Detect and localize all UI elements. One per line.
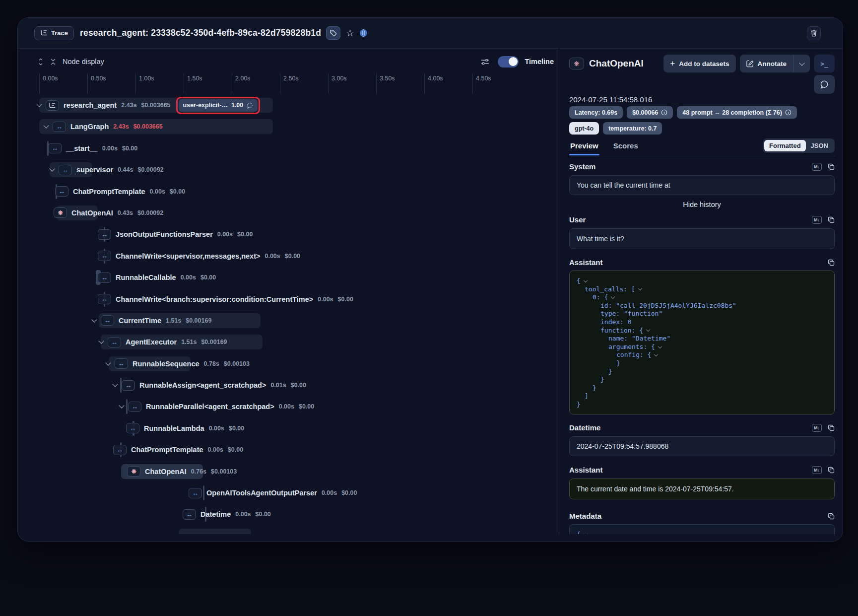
globe-icon[interactable]	[359, 29, 368, 37]
format-toggle-json[interactable]: JSON	[806, 140, 833, 151]
run-timestamp: 2024-07-25 11:54:58.016	[569, 95, 835, 104]
collapse-chevron-icon[interactable]	[654, 352, 658, 356]
run-duration: 1.51s	[166, 317, 181, 324]
trace-tree-row-langgraph[interactable]: ↔LangGraph2.43s$0.003665	[30, 119, 559, 134]
tab-preview[interactable]: Preview	[569, 139, 599, 155]
axis-tick	[376, 73, 377, 94]
trace-tree-row-jsonoutputfunctionsparser[interactable]: ↔JsonOutputFunctionsParser0.00s$0.00	[30, 227, 559, 242]
tab-scores[interactable]: Scores	[612, 139, 639, 155]
run-duration: 1.51s	[181, 339, 197, 345]
chat-bubble-icon	[820, 80, 829, 89]
timeline-toggle[interactable]	[498, 56, 519, 68]
run-title: ChatOpenAI	[589, 58, 644, 69]
trace-tree-row-runnablelambda[interactable]: ↔RunnableLambda0.00s$0.00	[30, 421, 559, 436]
metadata-section-header: Metadata	[569, 512, 835, 520]
metadata-code[interactable]: {tags: [	[569, 524, 835, 534]
trace-tree-row-chatopenai[interactable]: ❋ChatOpenAI0.76s$0.00103	[30, 464, 559, 479]
system-message-box: You can tell the current time at	[569, 175, 835, 195]
trace-tree-row-runnablesequence[interactable]: ↔RunnableSequence0.78s$0.00103	[30, 356, 559, 371]
copy-icon[interactable]	[828, 513, 835, 520]
chevron-down-icon[interactable]	[43, 123, 49, 129]
run-stats-badges: Latency: 0.69s $0.00066 48 prompt → 28 c…	[569, 106, 835, 119]
trace-tree-row-datetime[interactable]: ↔Datetime0.00s$0.00	[30, 507, 559, 522]
delete-trace-button[interactable]	[807, 26, 821, 40]
trace-tree-row-runnableassign-agent-scratchpad-[interactable]: ↔RunnableAssign<agent_scratchpad>0.01s$0…	[30, 378, 559, 393]
collapse-all-icon[interactable]	[48, 56, 59, 67]
trace-tree-row-chatopenai[interactable]: ❋ChatOpenAI0.43s$0.00092	[30, 205, 559, 220]
trace-tree-row-currenttime[interactable]: ↔CurrentTime1.51s$0.00169	[30, 313, 559, 328]
copy-icon[interactable]	[828, 467, 835, 474]
markdown-icon[interactable]: M↓	[812, 163, 822, 171]
copy-icon[interactable]	[828, 163, 835, 170]
chain-icon: ↔	[115, 358, 128, 369]
run-cost: $0.00	[229, 425, 244, 432]
trace-tree-row-chatprompttemplate[interactable]: ↔ChatPromptTemplate0.00s$0.00	[30, 442, 559, 457]
run-duration: 0.78s	[204, 360, 219, 367]
markdown-icon[interactable]: M↓	[812, 424, 822, 432]
star-icon[interactable]: ☆	[346, 27, 354, 39]
openai-icon: ❋	[569, 58, 584, 69]
run-name: RunnableLambda	[144, 424, 204, 432]
code-text: {	[577, 531, 581, 534]
run-cost: $0.00	[228, 446, 243, 453]
trace-tree-row-research-agent[interactable]: research_agent2.43s$0.003665user-explici…	[30, 98, 559, 113]
format-toggle-formatted[interactable]: Formatted	[764, 140, 806, 151]
chevron-down-icon[interactable]	[49, 166, 55, 172]
collapse-chevron-icon[interactable]	[638, 286, 642, 290]
token-usage-badge[interactable]: 48 prompt → 28 completion (Σ 76)	[677, 106, 797, 119]
axis-tick	[39, 73, 40, 94]
chevron-down-icon[interactable]	[105, 360, 111, 365]
assistant-tool-call-code[interactable]: {tool_calls: [0: {id: "call_20jDSJ5jA4ol…	[569, 271, 835, 414]
copy-icon[interactable]	[828, 216, 835, 223]
code-text: tool_calls: [	[585, 285, 635, 294]
annotate-button[interactable]: Annotate	[740, 55, 793, 72]
trace-tree-row-channelwrite-supervisor-messages-next-[interactable]: ↔ChannelWrite<supervisor,messages,next>0…	[30, 249, 559, 264]
trace-tree-row-channelwrite-branch-supervisor-condition-currenttime-[interactable]: ↔ChannelWrite<branch:supervisor:conditio…	[30, 292, 559, 307]
collapse-chevron-icon[interactable]	[584, 532, 588, 534]
feedback-chip[interactable]: user-explicit-…1.00	[179, 99, 258, 112]
assistant-final-text: The current date and time is 2024-07-25T…	[577, 485, 734, 493]
assistant-label: Assistant	[569, 258, 603, 267]
hide-history-link[interactable]: Hide history	[569, 201, 835, 208]
expand-all-icon[interactable]	[35, 56, 46, 67]
axis-tick-label: 1.00s	[139, 75, 154, 82]
trash-icon	[810, 29, 817, 37]
collapse-chevron-icon[interactable]	[658, 344, 662, 348]
run-name: ChannelWrite<branch:supervisor:condition…	[116, 295, 313, 303]
cost-badge[interactable]: $0.00066	[627, 106, 673, 119]
markdown-icon[interactable]: M↓	[812, 466, 822, 474]
trace-tree-row-partial[interactable]	[30, 529, 559, 534]
run-name: supervisor	[76, 166, 113, 174]
tag-icon[interactable]	[326, 26, 340, 40]
trace-tree-row-chatprompttemplate[interactable]: ↔ChatPromptTemplate0.00s$0.00	[30, 184, 559, 199]
chevron-down-icon[interactable]	[112, 381, 118, 387]
add-to-datasets-button[interactable]: + Add to datasets	[663, 55, 735, 72]
trace-tree-row-runnableparallel-agent-scratchpad-[interactable]: ↔RunnableParallel<agent_scratchpad>0.00s…	[30, 399, 559, 414]
display-settings-icon[interactable]	[479, 56, 490, 67]
chevron-down-icon[interactable]	[119, 403, 124, 409]
axis-tick	[87, 73, 88, 94]
chain-icon: ↔	[108, 337, 121, 347]
annotate-dropdown-button[interactable]	[793, 55, 810, 72]
run-duration: 0.00s	[181, 274, 196, 281]
chevron-down-icon[interactable]	[98, 339, 104, 344]
run-duration: 0.76s	[191, 468, 206, 475]
chain-icon: ↔	[55, 186, 68, 197]
trace-tree-row-supervisor[interactable]: ↔supervisor0.44s$0.00092	[30, 162, 559, 177]
chevron-down-icon[interactable]	[36, 101, 42, 107]
collapse-chevron-icon[interactable]	[646, 328, 650, 332]
playground-terminal-button[interactable]: >_	[814, 55, 835, 72]
trace-tree-row-agentexecutor[interactable]: ↔AgentExecutor1.51s$0.00169	[30, 335, 559, 349]
open-chat-button[interactable]	[814, 75, 835, 94]
trace-tree-row-openaitoolsagentoutputparser[interactable]: ↔OpenAIToolsAgentOutputParser0.00s$0.00	[30, 485, 559, 500]
markdown-icon[interactable]: M↓	[812, 216, 822, 224]
chevron-down-icon[interactable]	[91, 317, 97, 322]
run-cost: $0.00	[285, 253, 300, 260]
trace-tree-row-runnablecallable[interactable]: ↔RunnableCallable0.00s$0.00	[30, 270, 559, 285]
trace-tree-row--start-[interactable]: ↔__start__0.00s$0.00	[30, 141, 559, 156]
copy-icon[interactable]	[828, 424, 835, 431]
collapse-chevron-icon[interactable]	[584, 278, 588, 282]
copy-icon[interactable]	[828, 259, 835, 266]
temperature-badge: temperature: 0.7	[603, 122, 662, 135]
collapse-chevron-icon[interactable]	[611, 295, 615, 299]
